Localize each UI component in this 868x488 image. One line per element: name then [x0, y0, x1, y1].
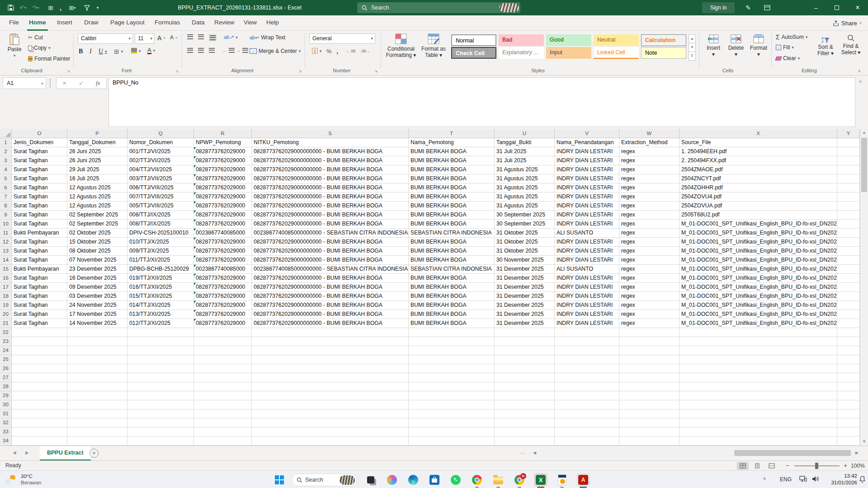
- sort-filter-button[interactable]: AZ Sort &Filter ▾: [814, 34, 837, 56]
- style-neutral[interactable]: Neutral: [594, 34, 639, 46]
- cell-S19[interactable]: 0828773762029000000000 - BUMI BERKAH BOG…: [252, 301, 409, 310]
- cell-Y4[interactable]: [837, 165, 860, 174]
- cell-Q26[interactable]: [127, 364, 194, 373]
- cell-Y11[interactable]: [837, 229, 860, 238]
- cell-U18[interactable]: 31 Desember 2025: [495, 292, 555, 301]
- cell-P33[interactable]: [67, 427, 127, 436]
- cell-O29[interactable]: [12, 391, 67, 400]
- row-header-31[interactable]: 31: [0, 409, 12, 418]
- cell-Y16[interactable]: [837, 274, 860, 283]
- cell-R12[interactable]: 0828773762029000: [194, 238, 252, 247]
- confirm-entry-icon[interactable]: ✓: [79, 80, 84, 87]
- cell-P2[interactable]: 26 Juni 2025: [67, 147, 127, 156]
- cell-S14[interactable]: 0828773762029000000000 - BUMI BERKAH BOG…: [252, 256, 409, 265]
- cell-O17[interactable]: Surat Tagihan: [12, 283, 67, 292]
- cell-Q20[interactable]: 013/TTJ/XI/2025: [127, 310, 194, 319]
- row-header-16[interactable]: 16: [0, 274, 12, 283]
- row-header-32[interactable]: 32: [0, 418, 12, 427]
- cell-Q15[interactable]: DPBG-BCHB-25120029: [127, 265, 194, 274]
- insert-cells-button[interactable]: Insert▾: [703, 34, 723, 57]
- cell-Y23[interactable]: [837, 337, 860, 346]
- cell-S23[interactable]: [252, 337, 409, 346]
- cell-Y29[interactable]: [837, 391, 860, 400]
- clear-button[interactable]: Clear▾: [776, 55, 800, 61]
- cell-O1[interactable]: Jenis_Dokumen: [12, 138, 67, 147]
- cell-U24[interactable]: [495, 346, 555, 355]
- insert-cells-icon[interactable]: ⊞▾: [66, 0, 79, 15]
- cell-Y5[interactable]: [837, 174, 860, 183]
- cell-O3[interactable]: Surat Tagihan: [12, 156, 67, 165]
- cell-W18[interactable]: regex: [619, 292, 679, 301]
- row-header-17[interactable]: 17: [0, 283, 12, 292]
- collapse-ribbon-icon[interactable]: ˄: [858, 69, 861, 74]
- cell-P13[interactable]: 08 Oktober 2025: [67, 247, 127, 256]
- cell-O12[interactable]: Surat Tagihan: [12, 238, 67, 247]
- cell-T12[interactable]: BUMI BERKAH BOGA: [409, 238, 495, 247]
- cell-V7[interactable]: INDRY DIAN LESTARI: [555, 192, 619, 202]
- cell-U12[interactable]: 31 Oktober 2025: [495, 238, 555, 247]
- cell-Y18[interactable]: [837, 292, 860, 301]
- cell-S9[interactable]: 0828773762029000000000 - BUMI BERKAH BOG…: [252, 211, 409, 220]
- cell-R32[interactable]: [194, 418, 252, 427]
- name-box-splitter[interactable]: [50, 79, 51, 87]
- fill-color-button[interactable]: ▾: [131, 48, 141, 54]
- cell-W12[interactable]: regex: [619, 238, 679, 247]
- row-header-18[interactable]: 18: [0, 292, 12, 301]
- row-header-14[interactable]: 14: [0, 256, 12, 265]
- tab-review[interactable]: Review: [212, 15, 236, 31]
- cell-U3[interactable]: 31 Juli 2025: [495, 156, 555, 165]
- cell-R20[interactable]: 0828773762029000: [194, 310, 252, 319]
- cell-W31[interactable]: [619, 409, 679, 418]
- cell-U5[interactable]: 31 Agustus 2025: [495, 174, 555, 183]
- cell-T28[interactable]: [409, 382, 495, 391]
- tab-strip-more-icon[interactable]: ⋯: [520, 450, 525, 456]
- cell-X6[interactable]: 2504ZOHHR.pdf: [679, 183, 837, 192]
- cell-R34[interactable]: [194, 436, 252, 446]
- cell-X21[interactable]: M_01-DOC001_SPT_Unifikasi_English_BPU_ID…: [679, 319, 837, 328]
- cell-T15[interactable]: SEBASTIAN CITRA INDONESIA: [409, 265, 495, 274]
- cell-V30[interactable]: [555, 400, 619, 409]
- column-header-O[interactable]: O: [12, 129, 67, 138]
- row-header-24[interactable]: 24: [0, 346, 12, 355]
- cell-P9[interactable]: 02 September 2025: [67, 211, 127, 220]
- tab-data[interactable]: Data: [190, 15, 207, 31]
- sheet-tab-bppu-extract[interactable]: BPPU Extract: [40, 446, 91, 460]
- cell-X1[interactable]: Source_File: [679, 138, 837, 147]
- cell-V31[interactable]: [555, 409, 619, 418]
- cell-Y26[interactable]: [837, 364, 860, 373]
- sign-in-button[interactable]: Sign in: [702, 2, 735, 13]
- cell-V24[interactable]: [555, 346, 619, 355]
- cell-O10[interactable]: Surat Tagihan: [12, 220, 67, 229]
- cell-T8[interactable]: BUMI BERKAH BOGA: [409, 202, 495, 211]
- cell-S13[interactable]: 0828773762029000000000 - BUMI BERKAH BOG…: [252, 247, 409, 256]
- percent-style-icon[interactable]: %: [326, 48, 332, 55]
- cell-R9[interactable]: 0828773762029000: [194, 211, 252, 220]
- font-color-button[interactable]: A▾: [147, 47, 155, 54]
- cell-P6[interactable]: 12 Agustus 2025: [67, 183, 127, 192]
- cell-T3[interactable]: BUMI BERKAH BOGA: [409, 156, 495, 165]
- style-linked-cell[interactable]: Linked Cell: [594, 47, 639, 59]
- cell-U9[interactable]: 30 September 2025: [495, 211, 555, 220]
- cell-R17[interactable]: 0828773762029000: [194, 283, 252, 292]
- number-format-combo[interactable]: General▾: [309, 33, 375, 44]
- row-header-4[interactable]: 4: [0, 165, 12, 174]
- tab-draw[interactable]: Draw: [82, 15, 100, 31]
- cell-R6[interactable]: 0828773762029000: [194, 183, 252, 192]
- prev-sheet-icon[interactable]: ◀: [13, 450, 16, 455]
- cell-P11[interactable]: 02 Oktober 2025: [67, 229, 127, 238]
- cell-S31[interactable]: [252, 409, 409, 418]
- cell-U4[interactable]: 31 Agustus 2025: [495, 165, 555, 174]
- cell-S29[interactable]: [252, 391, 409, 400]
- paste-button[interactable]: Paste▾: [5, 33, 24, 58]
- cell-X33[interactable]: [679, 427, 837, 436]
- row-header-8[interactable]: 8: [0, 202, 12, 211]
- row-header-3[interactable]: 3: [0, 156, 12, 165]
- style-normal[interactable]: Normal: [451, 34, 496, 46]
- cell-W13[interactable]: regex: [619, 247, 679, 256]
- column-header-U[interactable]: U: [495, 129, 555, 138]
- cell-P24[interactable]: [67, 346, 127, 355]
- cell-R10[interactable]: 0828773762029000: [194, 220, 252, 229]
- orientation-button[interactable]: ab↗▾: [224, 34, 237, 40]
- cell-P23[interactable]: [67, 337, 127, 346]
- collapse-formula-bar-icon[interactable]: ˄: [859, 79, 862, 84]
